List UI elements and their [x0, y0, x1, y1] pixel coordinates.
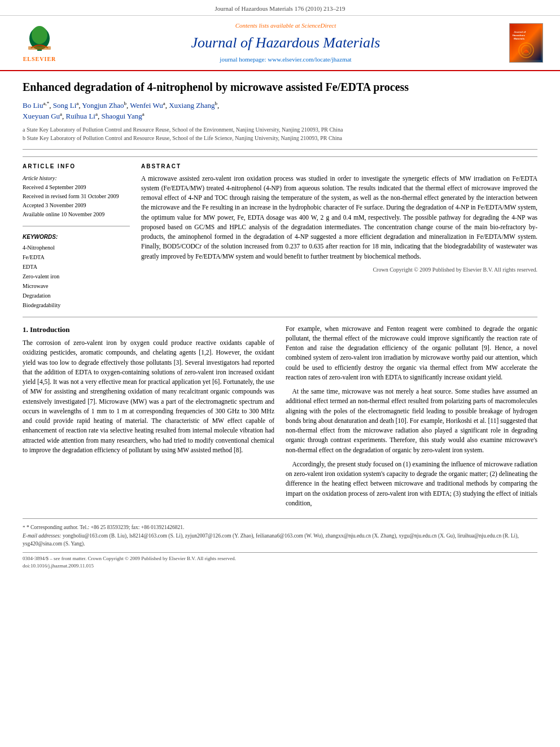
svg-text:Journal of: Journal of [514, 30, 526, 33]
authors-line: Bo Liua,*, Song Lia, Yongjun Zhaob, Wenf… [23, 100, 537, 122]
page: Journal of Hazardous Materials 176 (2010… [0, 0, 560, 747]
article-info-abstract: ARTICLE INFO Article history: Received 4… [23, 156, 537, 310]
keyword-2: Fe/EDTA [23, 252, 130, 262]
author-wenfei-wu: Wenfei Wu [130, 101, 163, 110]
keyword-4: Zero-valent iron [23, 272, 130, 281]
keyword-1: 4-Nitrophenol [23, 243, 130, 252]
divider-after-affiliations [23, 149, 537, 150]
homepage-url[interactable]: www.elsevier.com/locate/jhazmat [268, 56, 351, 63]
abstract-col: ABSTRACT A microwave assisted zero-valen… [141, 163, 537, 310]
article-history: Article history: Received 4 September 20… [23, 174, 130, 219]
article-title: Enhanced degradation of 4-nitrophenol by… [23, 80, 537, 94]
email-label: E-mail addresses: [23, 533, 62, 539]
divider-body [23, 317, 537, 317]
history-label: Article history: [23, 175, 57, 181]
copyright-line: Crown Copyright © 2009 Published by Else… [141, 266, 537, 274]
affiliations: a State Key Laboratory of Pollution Cont… [23, 125, 537, 142]
elsevier-wordmark: ELSEVIER [23, 55, 56, 63]
footer-bar: 0304-3894/$ – see front matter. Crown Co… [23, 552, 537, 569]
author-xuxiang-zhang: Xuxiang Zhang [169, 101, 215, 110]
keywords-section: Keywords: 4-Nitrophenol Fe/EDTA EDTA Zer… [23, 233, 130, 310]
doi-line: doi:10.1016/j.jhazmat.2009.11.015 [23, 562, 537, 570]
accepted-date: Accepted 3 November 2009 [23, 201, 130, 210]
issn-copyright: 0304-3894/$ – see front matter. Crown Co… [23, 555, 537, 562]
elsevier-logo: ELSEVIER [17, 23, 62, 63]
article-info-label: ARTICLE INFO [23, 163, 130, 171]
keywords-label: Keywords: [23, 233, 130, 241]
author-bo-liu: Bo Liu [23, 101, 43, 110]
author-yongjun-zhao: Yongjun Zhao [82, 101, 124, 110]
keywords-list: 4-Nitrophenol Fe/EDTA EDTA Zero-valent i… [23, 243, 130, 310]
sciencedirect-link[interactable]: ScienceDirect [301, 22, 336, 29]
author-xueyuan-gu: Xueyuan Gu [23, 112, 60, 120]
journal-reference-text: Journal of Hazardous Materials 176 (2010… [215, 5, 345, 12]
affiliation-b: b State Key Laboratory of Pollution Cont… [23, 134, 537, 142]
received-revised-date: Received in revised form 31 October 2009 [23, 192, 130, 201]
intro-para-1: The corrosion of zero-valent iron by oxy… [23, 338, 274, 455]
journal-reference-bar: Journal of Hazardous Materials 176 (2010… [0, 0, 560, 16]
corresponding-author: * * Corresponding author. Tel.: +86 25 8… [23, 523, 537, 532]
intro-heading: 1. Introduction [23, 324, 274, 335]
journal-header: ELSEVIER Contents lists available at Sci… [0, 16, 560, 71]
body-left-col: 1. Introduction The corrosion of zero-va… [23, 324, 274, 513]
article-info-col: ARTICLE INFO Article history: Received 4… [23, 163, 130, 310]
keyword-6: Degradation [23, 291, 130, 300]
elsevier-tree-icon [20, 23, 59, 54]
svg-point-3 [32, 26, 47, 44]
keyword-7: Biodegradability [23, 300, 130, 310]
keyword-5: Microwave [23, 281, 130, 291]
journal-homepage: journal homepage: www.elsevier.com/locat… [62, 55, 509, 64]
abstract-label: ABSTRACT [141, 163, 537, 171]
intro-para-2: For example, when microwave and Fenton r… [286, 324, 537, 383]
body-right-col: For example, when microwave and Fenton r… [286, 324, 537, 513]
journal-cover-image: Journal of Hazardous Materials [509, 23, 543, 63]
journal-title: Journal of Hazardous Materials [62, 33, 509, 53]
body-two-col: 1. Introduction The corrosion of zero-va… [23, 324, 537, 513]
intro-para-4: Accordingly, the present study focused o… [286, 460, 537, 508]
divider-keywords [23, 226, 130, 226]
footnotes-section: * * Corresponding author. Tel.: +86 25 8… [23, 518, 537, 548]
email-line: E-mail addresses: yongboliu@163.com (B. … [23, 532, 537, 548]
journal-header-center: Contents lists available at ScienceDirec… [62, 21, 509, 64]
author-ruihua-li: Ruihua Li [66, 112, 95, 120]
affiliation-a: a State Key Laboratory of Pollution Cont… [23, 125, 537, 134]
keyword-3: EDTA [23, 262, 130, 272]
svg-text:Materials: Materials [514, 37, 524, 40]
contents-line: Contents lists available at ScienceDirec… [62, 21, 509, 30]
received-date: Received 4 September 2009 [23, 183, 130, 192]
available-online-date: Available online 10 November 2009 [23, 210, 130, 219]
author-shaogui-yang: Shaogui Yang [101, 112, 142, 120]
svg-text:Hazardous: Hazardous [513, 34, 526, 37]
article-content: Enhanced degradation of 4-nitrophenol by… [0, 71, 560, 581]
intro-para-3: At the same time, microwave was not mere… [286, 387, 537, 455]
email-addresses: yongboliu@163.com (B. Liu), ls8214@163.c… [23, 533, 519, 547]
svg-rect-4 [28, 46, 51, 50]
author-song-li: Song Li [53, 101, 77, 110]
abstract-text: A microwave assisted zero-valent iron ox… [141, 174, 537, 261]
